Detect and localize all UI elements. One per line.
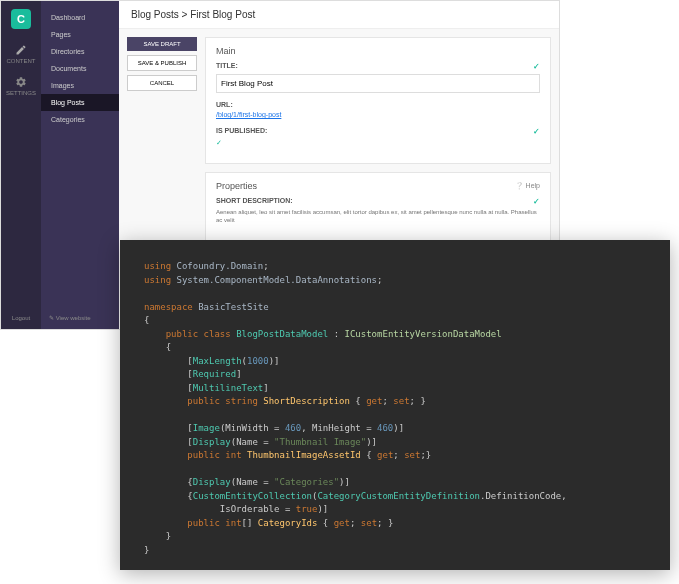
- sidebar-item-blog-posts[interactable]: Blog Posts: [41, 94, 119, 111]
- published-label: IS PUBLISHED:: [216, 127, 267, 136]
- view-website-link[interactable]: View website: [49, 314, 91, 321]
- sidebar-item-images[interactable]: Images: [41, 77, 119, 94]
- save-publish-button[interactable]: SAVE & PUBLISH: [127, 55, 197, 71]
- title-label: TITLE:: [216, 62, 238, 71]
- short-desc-field: SHORT DESCRIPTION:✓ Aenean aliquet, leo …: [216, 197, 540, 225]
- cancel-button[interactable]: CANCEL: [127, 75, 197, 91]
- check-icon: ✓: [533, 197, 540, 206]
- url-label: URL:: [216, 101, 233, 108]
- sidebar-item-pages[interactable]: Pages: [41, 26, 119, 43]
- rail-settings[interactable]: SETTINGS: [6, 76, 36, 96]
- rail-content-label: CONTENT: [7, 58, 36, 64]
- logout-link[interactable]: Logout: [12, 315, 30, 321]
- published-field: IS PUBLISHED:✓ ✓: [216, 127, 540, 147]
- sidebar-item-categories[interactable]: Categories: [41, 111, 119, 128]
- url-link[interactable]: /blog/1/first-blog-post: [216, 111, 281, 118]
- rail-settings-label: SETTINGS: [6, 90, 36, 96]
- published-check-icon: ✓: [216, 139, 222, 146]
- code-editor: using Cofoundry.Domain; using System.Com…: [120, 240, 670, 570]
- title-input[interactable]: [216, 74, 540, 93]
- main-panel-title: Main: [216, 46, 540, 56]
- properties-panel-title: Properties: [216, 181, 257, 191]
- code-block: using Cofoundry.Domain; using System.Com…: [144, 260, 646, 557]
- sidebar-item-dashboard[interactable]: Dashboard: [41, 9, 119, 26]
- check-icon: ✓: [533, 62, 540, 71]
- sidebar-item-documents[interactable]: Documents: [41, 60, 119, 77]
- url-field: URL: /blog/1/first-blog-post: [216, 101, 540, 119]
- help-link[interactable]: ❔ Help: [515, 182, 540, 190]
- main-panel: Main TITLE:✓ URL: /blog/1/first-blog-pos…: [205, 37, 551, 164]
- icon-rail: C CONTENT SETTINGS Logout: [1, 1, 41, 329]
- save-draft-button[interactable]: SAVE DRAFT: [127, 37, 197, 51]
- short-desc-label: SHORT DESCRIPTION:: [216, 197, 293, 206]
- app-logo[interactable]: C: [11, 9, 31, 29]
- breadcrumb: Blog Posts > First Blog Post: [119, 1, 559, 29]
- title-field: TITLE:✓: [216, 62, 540, 93]
- check-icon: ✓: [533, 127, 540, 136]
- sidebar: Dashboard Pages Directories Documents Im…: [41, 1, 119, 329]
- sidebar-item-directories[interactable]: Directories: [41, 43, 119, 60]
- properties-panel: Properties ❔ Help SHORT DESCRIPTION:✓ Ae…: [205, 172, 551, 242]
- short-desc-value: Aenean aliquet, leo sit amet facilisis a…: [216, 209, 540, 225]
- rail-content[interactable]: CONTENT: [7, 44, 36, 64]
- pencil-icon: [15, 44, 27, 56]
- gear-icon: [15, 76, 27, 88]
